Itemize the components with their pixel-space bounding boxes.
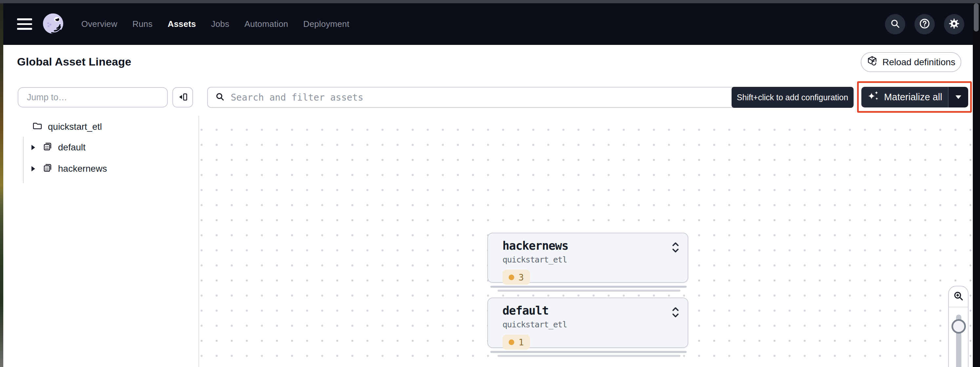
cube-refresh-icon bbox=[867, 56, 878, 69]
search-button[interactable] bbox=[885, 14, 905, 34]
hamburger-bar bbox=[17, 28, 32, 30]
materialize-tooltip: Shift+click to add configuration bbox=[732, 87, 853, 108]
caret-right-icon[interactable] bbox=[32, 166, 35, 172]
tree-item-group-default[interactable]: default bbox=[32, 141, 86, 154]
zoom-in-button[interactable] bbox=[949, 290, 968, 303]
group-node-title: hackernews bbox=[503, 239, 688, 252]
reload-definitions-button[interactable]: Reload definitions bbox=[861, 52, 961, 72]
lineage-toolbar: Shift+click to add configuration Materia… bbox=[3, 78, 973, 116]
help-icon bbox=[919, 18, 930, 30]
group-node-subtitle: quickstart_etl bbox=[503, 320, 688, 329]
materialize-all-button[interactable]: Materialize all bbox=[861, 87, 948, 108]
tree-item-label: quickstart_etl bbox=[48, 122, 102, 132]
app-window: Overview Runs Assets Jobs Automation Dep… bbox=[0, 0, 980, 367]
primary-nav: Overview Runs Assets Jobs Automation Dep… bbox=[81, 19, 349, 29]
zoom-control-panel bbox=[948, 286, 969, 367]
reload-definitions-label: Reload definitions bbox=[882, 57, 955, 67]
nav-item-assets[interactable]: Assets bbox=[167, 19, 196, 29]
materialize-button-group: Materialize all bbox=[861, 87, 968, 108]
search-icon bbox=[208, 92, 225, 103]
asset-tree-sidebar: quickstart_etl default bbox=[3, 116, 198, 367]
group-node-default[interactable]: default quickstart_etl 1 bbox=[487, 297, 688, 348]
nav-item-overview[interactable]: Overview bbox=[81, 19, 117, 29]
stacked-cards-line bbox=[490, 351, 687, 353]
group-node-title: default bbox=[503, 304, 688, 317]
scrollbar-thumb[interactable] bbox=[974, 3, 979, 32]
tree-indent-guide bbox=[23, 137, 24, 183]
settings-button[interactable] bbox=[944, 14, 964, 34]
stacked-cards-line bbox=[498, 355, 681, 357]
materialize-dropdown-button[interactable] bbox=[948, 87, 968, 108]
caret-right-icon[interactable] bbox=[32, 145, 35, 150]
tree-item-group-hackernews[interactable]: hackernews bbox=[32, 162, 107, 175]
materialize-all-label: Materialize all bbox=[884, 92, 942, 103]
jump-to-input[interactable] bbox=[18, 87, 168, 108]
page-title: Global Asset Lineage bbox=[17, 55, 131, 68]
caret-down-icon bbox=[955, 95, 961, 99]
search-icon bbox=[890, 18, 900, 30]
collapse-sidebar-button[interactable] bbox=[172, 87, 193, 108]
desktop-edge-strip bbox=[0, 3, 3, 367]
group-node-subtitle: quickstart_etl bbox=[503, 255, 688, 264]
zoom-panel-divider bbox=[949, 307, 968, 307]
zoom-slider-knob[interactable] bbox=[951, 319, 966, 334]
stacked-cards-line bbox=[498, 290, 681, 292]
folder-icon bbox=[32, 121, 43, 133]
expand-group-icon[interactable] bbox=[671, 307, 680, 319]
asset-group-icon bbox=[42, 141, 53, 154]
dagster-logo-icon[interactable] bbox=[40, 11, 66, 37]
window-chrome-top-strip bbox=[0, 0, 980, 3]
tree-item-label: hackernews bbox=[58, 164, 107, 174]
nav-item-runs[interactable]: Runs bbox=[132, 19, 153, 29]
tree-item-label: default bbox=[58, 142, 86, 153]
hamburger-bar bbox=[17, 18, 32, 20]
materialization-count: 1 bbox=[519, 337, 524, 347]
status-dot-icon bbox=[509, 275, 514, 280]
status-dot-icon bbox=[509, 340, 514, 345]
sparkle-icon bbox=[867, 90, 880, 105]
materialization-count: 3 bbox=[519, 272, 524, 283]
page-header: Global Asset Lineage Reload definitions bbox=[3, 45, 973, 79]
help-button[interactable] bbox=[915, 14, 935, 34]
gear-icon bbox=[948, 18, 960, 30]
scrollbar-track[interactable] bbox=[973, 3, 980, 367]
zoom-in-icon bbox=[953, 290, 964, 303]
hamburger-bar bbox=[17, 23, 32, 25]
stacked-cards-line bbox=[490, 286, 687, 288]
top-nav-bar: Overview Runs Assets Jobs Automation Dep… bbox=[3, 3, 973, 45]
lineage-graph-canvas[interactable]: hackernews quickstart_etl 3 default quic… bbox=[199, 116, 973, 367]
expand-group-icon[interactable] bbox=[671, 242, 680, 254]
asset-group-icon bbox=[42, 162, 53, 175]
materialization-count-badge: 1 bbox=[503, 335, 530, 350]
nav-item-deployment[interactable]: Deployment bbox=[303, 19, 349, 29]
materialization-count-badge: 3 bbox=[503, 270, 530, 285]
group-node-hackernews[interactable]: hackernews quickstart_etl 3 bbox=[487, 233, 688, 283]
tree-item-code-location[interactable]: quickstart_etl bbox=[32, 121, 102, 133]
collapse-panel-icon bbox=[177, 91, 188, 103]
hamburger-menu-button[interactable] bbox=[17, 18, 32, 30]
nav-actions bbox=[885, 14, 964, 34]
nav-item-automation[interactable]: Automation bbox=[245, 19, 288, 29]
nav-item-jobs[interactable]: Jobs bbox=[211, 19, 229, 29]
